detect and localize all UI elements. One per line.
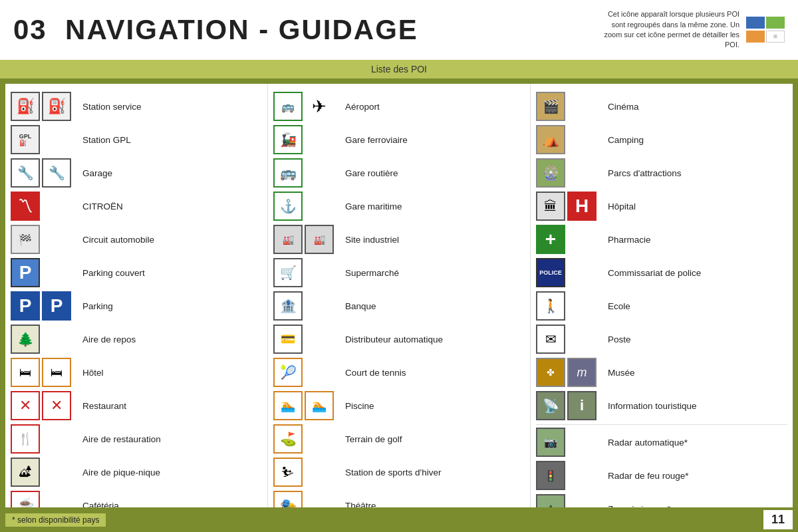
poi-icons: 🛒 bbox=[273, 258, 340, 287]
poi-icons: ✤ m bbox=[536, 358, 602, 387]
gare-ferroviaire-icon: 🚂 bbox=[273, 125, 303, 154]
poi-row: 💳 Distributeur automatique bbox=[273, 325, 525, 354]
poi-row: 🏦 Banque bbox=[273, 291, 525, 321]
poi-row: ✕ ✕ Restaurant bbox=[11, 391, 262, 420]
poi-row: ⛽ ⛽ Station service bbox=[11, 92, 262, 121]
poi-icons: 📡 i bbox=[536, 391, 602, 420]
poi-row: 🏁 Circuit automobile bbox=[11, 225, 262, 254]
poi-row: 〽 CITROËN bbox=[11, 192, 262, 221]
poi-row: POLICE Commissariat de police bbox=[536, 258, 787, 287]
poi-row: 🌲 Aire de repos bbox=[11, 325, 262, 354]
sample-icon-green bbox=[766, 17, 785, 29]
poi-icons: 🔧 🔧 bbox=[11, 158, 77, 188]
poi-icons: ⛷ bbox=[273, 458, 340, 487]
musee-icon-2: m bbox=[567, 358, 597, 387]
poi-icons: 🏊 🏊 bbox=[273, 391, 340, 420]
poi-icons: ⛳ bbox=[273, 424, 340, 454]
piscine-icon-2: 🏊 bbox=[305, 391, 334, 420]
page-title: 03 NAVIGATION - GUIDAGE bbox=[13, 14, 418, 46]
distributeur-icon: 💳 bbox=[273, 325, 303, 354]
golf-icon: ⛳ bbox=[273, 424, 303, 454]
garage-icon-1: 🔧 bbox=[11, 158, 40, 188]
station-gpl-icon: GPL⛽ bbox=[11, 125, 40, 154]
poi-icons: 🍴 bbox=[11, 424, 77, 454]
sports-hiver-icon: ⛷ bbox=[273, 458, 303, 487]
poi-row: 📡 i Information touristique bbox=[536, 391, 787, 420]
hopital-icon-2: H bbox=[567, 192, 597, 221]
gare-routiere-icon: 🚌 bbox=[273, 158, 303, 188]
parking-icon-1: P bbox=[11, 291, 40, 321]
poi-row: 🎬 Cinéma bbox=[536, 92, 787, 121]
sample-icon-blue bbox=[746, 17, 765, 29]
musee-icon-1: ✤ bbox=[536, 358, 565, 387]
poi-icons: 🎡 bbox=[536, 158, 602, 188]
poi-row: ✤ m Musée bbox=[536, 358, 787, 387]
poi-icons: 🚌 ✈ bbox=[273, 92, 340, 121]
poi-icons: P bbox=[11, 258, 77, 287]
station-service-icon-2: ⛽ bbox=[42, 92, 71, 121]
poi-icons: GPL⛽ bbox=[11, 125, 77, 154]
gare-maritime-icon: ⚓ bbox=[273, 192, 303, 221]
hopital-icon-1: 🏛 bbox=[536, 192, 565, 221]
poi-row: 🔧 🔧 Garage bbox=[11, 158, 262, 188]
hotel-icon-2: 🛏 bbox=[42, 358, 71, 387]
poi-icons: 🌲 bbox=[11, 325, 77, 354]
poi-icons: 🎬 bbox=[536, 92, 602, 121]
pique-nique-icon: 🏕 bbox=[11, 458, 40, 487]
poi-row: 🚂 Gare ferroviaire bbox=[273, 125, 525, 154]
poi-icons: 🚦 bbox=[536, 461, 602, 490]
poi-row: 🏊 🏊 Piscine bbox=[273, 391, 525, 420]
poi-row: 🚦 Radar de feu rouge* bbox=[536, 461, 787, 490]
info-tourist-icon-1: 📡 bbox=[536, 391, 565, 420]
poi-icons: 🏦 bbox=[273, 291, 340, 321]
camping-icon: ⛺ bbox=[536, 125, 565, 154]
poi-row: 📷 Radar automatique* bbox=[536, 428, 787, 457]
poi-icons: 🚌 bbox=[273, 158, 340, 188]
column-2: 🚌 ✈ Aéroport 🚂 Gare ferroviaire 🚌 Gare r… bbox=[268, 84, 531, 523]
poi-icons: 🏛 H bbox=[536, 192, 602, 221]
poi-row: P Parking couvert bbox=[11, 258, 262, 287]
aeroport-icon-1: 🚌 bbox=[273, 92, 303, 121]
poi-row: ⛺ Camping bbox=[536, 125, 787, 154]
poi-row: + Pharmacie bbox=[536, 225, 787, 254]
poi-sample-icons: ⊞ bbox=[746, 17, 785, 43]
content-area: ⛽ ⛽ Station service GPL⛽ Station GPL 🔧 🔧… bbox=[5, 84, 793, 523]
column3-separator bbox=[536, 424, 787, 425]
poi-icons: 🚂 bbox=[273, 125, 340, 154]
restaurant-icon-1: ✕ bbox=[11, 391, 40, 420]
station-service-icon-1: ⛽ bbox=[11, 92, 40, 121]
column-1: ⛽ ⛽ Station service GPL⛽ Station GPL 🔧 🔧… bbox=[5, 84, 268, 523]
sample-icon-orange bbox=[746, 31, 765, 43]
poi-row: ⚓ Gare maritime bbox=[273, 192, 525, 221]
poi-row: 🚌 ✈ Aéroport bbox=[273, 92, 525, 121]
garage-icon-2: 🔧 bbox=[42, 158, 71, 188]
poi-icons: 🛏 🛏 bbox=[11, 358, 77, 387]
poste-icon: ✉ bbox=[536, 325, 565, 354]
poi-icons: + bbox=[536, 225, 602, 254]
poi-row: ⛷ Station de sports d'hiver bbox=[273, 458, 525, 487]
poi-row: ⛳ Terrain de golf bbox=[273, 424, 525, 454]
tennis-icon: 🎾 bbox=[273, 358, 303, 387]
radar-feu-icon: 🚦 bbox=[536, 461, 565, 490]
page-number: 11 bbox=[763, 510, 793, 529]
poi-row: 🍴 Aire de restauration bbox=[11, 424, 262, 454]
parcs-icon: 🎡 bbox=[536, 158, 565, 188]
poi-row: 🎾 Court de tennis bbox=[273, 358, 525, 387]
header: 03 NAVIGATION - GUIDAGE Cet icône appara… bbox=[0, 0, 798, 60]
cinema-icon: 🎬 bbox=[536, 92, 565, 121]
aire-restauration-icon: 🍴 bbox=[11, 424, 40, 454]
info-tourist-icon-2: i bbox=[567, 391, 597, 420]
hotel-icon-1: 🛏 bbox=[11, 358, 40, 387]
site-industriel-icon-2: 🏭 bbox=[305, 225, 334, 254]
poi-icons: 🏭 🏭 bbox=[273, 225, 340, 254]
poi-icons: 〽 bbox=[11, 192, 77, 221]
header-note: Cet icône apparaît lorsque plusieurs POI… bbox=[598, 9, 785, 51]
poi-icons: ⛺ bbox=[536, 125, 602, 154]
poi-icons: 🎾 bbox=[273, 358, 340, 387]
poi-icons: ✉ bbox=[536, 325, 602, 354]
poi-row: 🛒 Supermarché bbox=[273, 258, 525, 287]
piscine-icon-1: 🏊 bbox=[273, 391, 303, 420]
site-industriel-icon-1: 🏭 bbox=[273, 225, 303, 254]
poi-row: 🚶 Ecole bbox=[536, 291, 787, 321]
poi-row: 🏭 🏭 Site industriel bbox=[273, 225, 525, 254]
